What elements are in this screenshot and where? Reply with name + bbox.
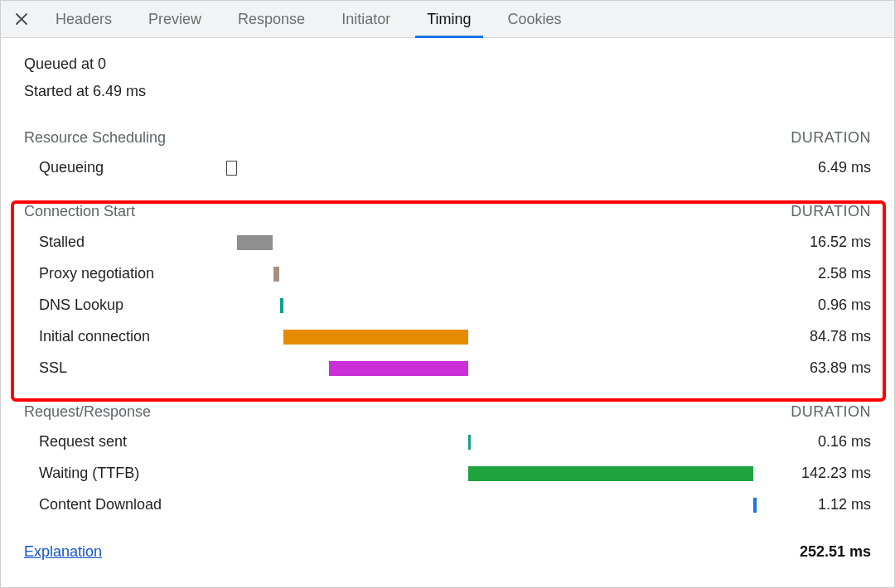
timing-row-value: 1.12 ms bbox=[772, 495, 871, 514]
tab-preview[interactable]: Preview bbox=[130, 1, 220, 37]
timing-row-label: Queueing bbox=[24, 158, 223, 177]
timing-content: Queued at 0 Started at 6.49 ms Resource … bbox=[1, 38, 894, 587]
timing-bar bbox=[273, 267, 279, 282]
section-request-response: Request/ResponseDURATIONRequest sent0.16… bbox=[24, 384, 871, 521]
timing-bar bbox=[283, 330, 467, 345]
timing-row-label: DNS Lookup bbox=[24, 296, 223, 315]
timing-row-value: 16.52 ms bbox=[772, 233, 871, 252]
timing-bar-track bbox=[223, 235, 772, 250]
timing-row-label: SSL bbox=[24, 359, 223, 378]
timing-bar-track bbox=[223, 361, 772, 376]
timing-row: Initial connection84.78 ms bbox=[24, 321, 871, 353]
queued-at-text: Queued at 0 bbox=[24, 55, 871, 74]
timing-footer: Explanation 252.51 ms bbox=[24, 536, 871, 561]
section-header: Connection StartDURATION bbox=[24, 202, 871, 221]
timing-row-label: Request sent bbox=[24, 432, 223, 451]
section-resource-scheduling: Resource SchedulingDURATIONQueueing6.49 … bbox=[24, 110, 871, 184]
network-timing-panel: HeadersPreviewResponseInitiatorTimingCoo… bbox=[0, 0, 895, 588]
timing-bar-track bbox=[223, 161, 772, 176]
section-connection-start: Connection StartDURATIONStalled16.52 msP… bbox=[24, 184, 871, 383]
timing-row-label: Stalled bbox=[24, 233, 223, 252]
tab-response[interactable]: Response bbox=[220, 1, 323, 37]
timing-row-value: 6.49 ms bbox=[772, 158, 871, 177]
section-title: Request/Response bbox=[24, 402, 151, 422]
timing-row: DNS Lookup0.96 ms bbox=[24, 290, 871, 321]
timing-bar bbox=[226, 161, 237, 176]
section-title: Connection Start bbox=[24, 202, 135, 221]
timing-bar-track bbox=[223, 298, 772, 313]
timing-row: Waiting (TTFB)142.23 ms bbox=[24, 458, 871, 489]
timing-row-value: 142.23 ms bbox=[772, 464, 871, 483]
timing-row: SSL63.89 ms bbox=[24, 353, 871, 384]
timing-row-value: 2.58 ms bbox=[772, 264, 871, 283]
timing-row: Proxy negotiation2.58 ms bbox=[24, 258, 871, 290]
timing-bar-track bbox=[223, 330, 772, 345]
timing-row: Queueing6.49 ms bbox=[24, 152, 871, 184]
tab-cookies[interactable]: Cookies bbox=[490, 1, 580, 37]
timing-row-value: 0.96 ms bbox=[772, 296, 871, 315]
timing-bar bbox=[468, 435, 471, 450]
total-duration: 252.51 ms bbox=[800, 542, 871, 561]
timing-row-value: 84.78 ms bbox=[772, 327, 871, 346]
timing-bar-track bbox=[223, 267, 772, 282]
timing-row-label: Initial connection bbox=[24, 327, 223, 346]
timing-bar-track bbox=[223, 435, 772, 450]
duration-column-header: DURATION bbox=[791, 402, 871, 422]
timing-row-label: Waiting (TTFB) bbox=[24, 464, 223, 483]
timing-row: Request sent0.16 ms bbox=[24, 427, 871, 458]
close-icon[interactable] bbox=[6, 1, 37, 37]
timing-bar-track bbox=[223, 466, 772, 481]
timing-row-label: Proxy negotiation bbox=[24, 264, 223, 283]
section-title: Resource Scheduling bbox=[24, 128, 166, 147]
tab-initiator[interactable]: Initiator bbox=[323, 1, 409, 37]
duration-column-header: DURATION bbox=[791, 128, 871, 147]
timing-row-label: Content Download bbox=[24, 495, 223, 514]
tab-headers[interactable]: Headers bbox=[37, 1, 130, 37]
timing-bar bbox=[468, 466, 753, 481]
timing-row: Content Download1.12 ms bbox=[24, 489, 871, 521]
tabbar: HeadersPreviewResponseInitiatorTimingCoo… bbox=[1, 1, 894, 38]
started-at-text: Started at 6.49 ms bbox=[24, 82, 871, 101]
timing-bar bbox=[753, 498, 757, 513]
section-header: Request/ResponseDURATION bbox=[24, 402, 871, 422]
timing-row-value: 63.89 ms bbox=[772, 359, 871, 378]
duration-column-header: DURATION bbox=[791, 202, 871, 221]
timing-bar-track bbox=[223, 498, 772, 513]
section-header: Resource SchedulingDURATION bbox=[24, 128, 871, 147]
explanation-link[interactable]: Explanation bbox=[24, 542, 102, 561]
timing-bar bbox=[280, 298, 284, 313]
timing-row-value: 0.16 ms bbox=[772, 432, 871, 451]
timing-row: Stalled16.52 ms bbox=[24, 227, 871, 258]
timing-bar bbox=[329, 361, 467, 376]
tab-timing[interactable]: Timing bbox=[409, 1, 489, 37]
timing-bar bbox=[237, 235, 273, 250]
